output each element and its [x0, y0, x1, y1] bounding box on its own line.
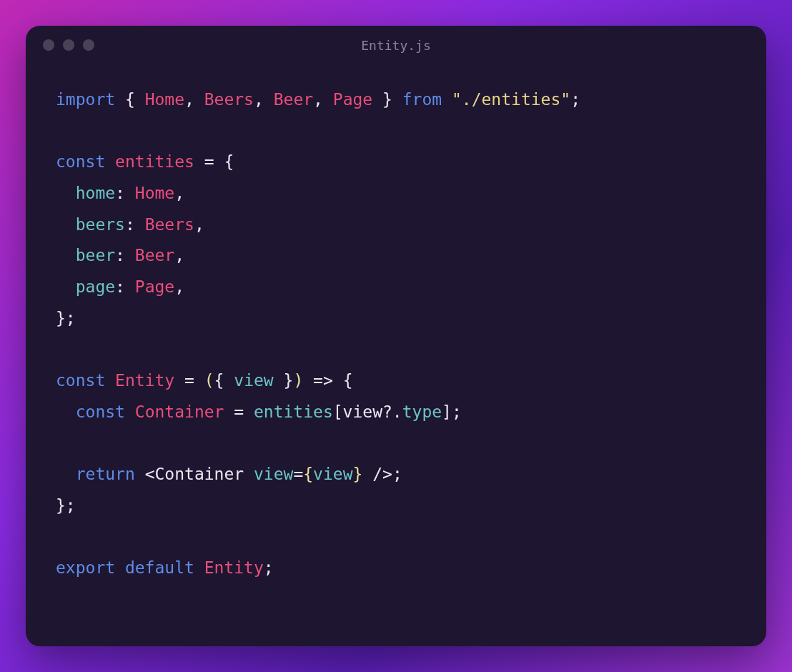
code-token: [	[333, 402, 343, 421]
code-line: const Container = entities[view?.type];	[56, 397, 736, 428]
code-token: :	[115, 184, 135, 202]
code-token	[56, 215, 76, 234]
code-token: }	[352, 465, 362, 483]
code-token: ];	[442, 402, 462, 421]
code-token: Home	[145, 90, 184, 109]
code-token	[56, 465, 76, 483]
code-token	[56, 402, 76, 421]
code-token: "./entities"	[452, 90, 570, 109]
code-token: ?.	[382, 402, 402, 421]
code-token: =	[174, 371, 204, 390]
code-token: =	[293, 465, 303, 483]
code-line: const entities = {	[56, 147, 736, 178]
code-token: =	[224, 402, 254, 421]
code-token: :	[115, 277, 135, 296]
code-token: };	[56, 309, 76, 327]
code-token: entities	[254, 402, 333, 421]
code-token: Entity	[204, 558, 264, 577]
code-line	[56, 335, 736, 366]
code-token: from	[402, 90, 452, 109]
code-token: )	[293, 371, 303, 390]
code-token: }	[372, 90, 402, 109]
code-token: return	[76, 465, 145, 483]
code-token: view	[313, 465, 352, 483]
code-token: Beer	[135, 246, 174, 265]
close-icon[interactable]	[43, 39, 54, 51]
code-token: ,	[174, 246, 184, 265]
code-token: Entity	[115, 371, 174, 390]
code-token: />;	[362, 465, 402, 483]
code-token	[56, 277, 76, 296]
code-line: export default Entity;	[56, 553, 736, 584]
code-token: Container	[135, 402, 224, 421]
code-token: = {	[194, 152, 234, 171]
code-token: ,	[184, 90, 204, 109]
minimize-icon[interactable]	[63, 39, 74, 51]
code-token: Page	[333, 90, 372, 109]
code-token: Home	[135, 184, 174, 202]
code-token: export default	[56, 558, 204, 577]
code-token: ,	[174, 184, 184, 202]
code-token: <	[145, 465, 155, 483]
window-title: Entity.js	[361, 38, 431, 53]
code-token: }	[274, 371, 294, 390]
code-token: type	[402, 402, 442, 421]
code-line: home: Home,	[56, 178, 736, 209]
code-token: (	[204, 371, 214, 390]
code-line	[56, 522, 736, 553]
code-line: import { Home, Beers, Beer, Page } from …	[56, 84, 736, 116]
code-token: beers	[76, 215, 125, 234]
code-token: view	[254, 465, 293, 483]
code-window: Entity.js import { Home, Beers, Beer, Pa…	[26, 26, 766, 646]
code-token: home	[76, 184, 115, 202]
code-line: return <Container view={view} />;	[56, 459, 736, 490]
code-editor[interactable]: import { Home, Beers, Beer, Page } from …	[26, 64, 766, 604]
code-token: entities	[115, 152, 194, 171]
code-line	[56, 116, 736, 147]
maximize-icon[interactable]	[83, 39, 94, 51]
code-token: const	[76, 402, 135, 421]
code-line: const Entity = ({ view }) => {	[56, 365, 736, 397]
code-token: {	[343, 371, 353, 390]
code-token: import	[56, 90, 125, 109]
code-token: const	[56, 152, 115, 171]
traffic-lights	[43, 39, 94, 51]
code-token: };	[56, 496, 76, 515]
code-token: ;	[570, 90, 580, 109]
code-token: Beer	[274, 90, 313, 109]
code-token: const	[56, 371, 115, 390]
window-titlebar: Entity.js	[26, 26, 766, 64]
code-token: ;	[264, 558, 274, 577]
code-token: {	[214, 371, 234, 390]
code-line: };	[56, 303, 736, 335]
code-line	[56, 428, 736, 460]
code-token: Beers	[204, 90, 254, 109]
code-token: ,	[174, 277, 184, 296]
code-line: };	[56, 490, 736, 522]
code-token: ,	[254, 90, 274, 109]
code-line: page: Page,	[56, 272, 736, 303]
code-token: {	[125, 90, 145, 109]
code-token: ,	[194, 215, 204, 234]
code-token: view	[343, 402, 382, 421]
code-line: beers: Beers,	[56, 209, 736, 241]
code-token: =>	[303, 371, 342, 390]
code-token	[56, 246, 76, 265]
code-token: :	[125, 215, 145, 234]
code-token	[56, 184, 76, 202]
code-token: beer	[76, 246, 115, 265]
code-token: ,	[313, 90, 333, 109]
code-token: :	[115, 246, 135, 265]
code-token: view	[234, 371, 273, 390]
code-token: Beers	[145, 215, 194, 234]
code-token: Page	[135, 277, 174, 296]
code-token: Container	[155, 465, 254, 483]
code-token: page	[76, 277, 115, 296]
code-token: {	[303, 465, 313, 483]
code-line: beer: Beer,	[56, 240, 736, 272]
